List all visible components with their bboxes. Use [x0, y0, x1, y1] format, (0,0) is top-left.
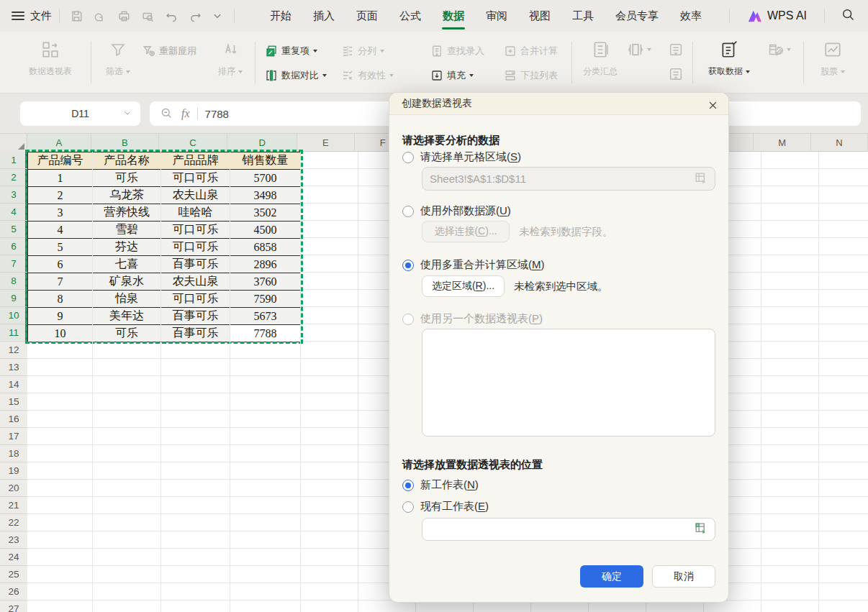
- filter-button[interactable]: 筛选: [98, 39, 138, 86]
- cell[interactable]: 乌龙茶: [93, 187, 161, 204]
- cell[interactable]: 9: [28, 308, 93, 325]
- column-header-D[interactable]: D: [227, 134, 297, 152]
- cell[interactable]: 8: [28, 291, 93, 308]
- file-menu[interactable]: 文件: [30, 9, 52, 23]
- tab-数据[interactable]: 数据: [432, 0, 475, 32]
- row-header-14[interactable]: 14: [0, 376, 27, 393]
- cell[interactable]: 2: [28, 187, 93, 204]
- pivot-tables-listbox[interactable]: [422, 329, 715, 437]
- table-header-cell[interactable]: 产品名称: [93, 152, 161, 170]
- row-header-19[interactable]: 19: [0, 462, 27, 480]
- row-header-13[interactable]: 13: [0, 359, 27, 376]
- cell[interactable]: 七喜: [93, 256, 161, 273]
- cell[interactable]: 3760: [230, 273, 301, 291]
- row-header-11[interactable]: 11: [0, 324, 27, 342]
- undo-icon[interactable]: [165, 9, 178, 23]
- main-menu-icon[interactable]: [12, 12, 24, 20]
- select-all-corner[interactable]: [0, 134, 27, 152]
- radio-circle[interactable]: [402, 152, 414, 163]
- cell[interactable]: 7: [28, 273, 93, 291]
- dropdown-list-button[interactable]: 下拉列表: [504, 68, 558, 83]
- print-preview-icon[interactable]: [141, 9, 155, 23]
- fx-icon[interactable]: fx: [181, 107, 190, 120]
- tab-视图[interactable]: 视图: [518, 0, 561, 32]
- cell[interactable]: 雪碧: [93, 221, 161, 239]
- print-icon[interactable]: [117, 9, 131, 23]
- cell[interactable]: 矿泉水: [93, 273, 161, 291]
- row-header-23[interactable]: 23: [0, 531, 27, 549]
- cell[interactable]: 2896: [230, 256, 301, 273]
- row-header-16[interactable]: 16: [0, 411, 27, 428]
- cell[interactable]: 7590: [230, 291, 301, 308]
- range-picker-icon[interactable]: [694, 171, 707, 187]
- column-header-C[interactable]: C: [159, 134, 227, 152]
- zoom-out-formula-icon[interactable]: [160, 106, 173, 122]
- cancel-button[interactable]: 取消: [652, 565, 715, 588]
- row-header-27[interactable]: 27: [0, 600, 27, 612]
- existing-location-input[interactable]: [422, 518, 715, 541]
- range-picker-icon-green[interactable]: [694, 521, 707, 537]
- row-header-20[interactable]: 20: [0, 480, 27, 497]
- tab-审阅[interactable]: 审阅: [475, 0, 518, 32]
- name-box-chevron-icon[interactable]: [123, 108, 132, 119]
- search-icon[interactable]: [841, 7, 855, 24]
- name-box[interactable]: D11: [20, 101, 140, 126]
- row-header-26[interactable]: 26: [0, 583, 27, 600]
- show-detail-icon[interactable]: [668, 42, 684, 60]
- cell[interactable]: 10: [28, 325, 93, 342]
- subtotal-button[interactable]: 分类汇总: [576, 39, 625, 86]
- sort-button[interactable]: 排序: [210, 39, 250, 86]
- radio-circle-checked[interactable]: [402, 260, 414, 271]
- tab-工具[interactable]: 工具: [561, 0, 605, 32]
- cell[interactable]: 5673: [230, 308, 301, 325]
- row-header-21[interactable]: 21: [0, 497, 27, 514]
- cell[interactable]: 3: [28, 204, 93, 221]
- cell[interactable]: 可乐: [93, 170, 161, 187]
- radio-another-pivot[interactable]: 使用另一个数据透视表(P): [402, 312, 543, 326]
- tab-效率[interactable]: 效率: [669, 0, 713, 32]
- select-range-button[interactable]: 选定区域(R)...: [422, 275, 505, 297]
- row-header-18[interactable]: 18: [0, 445, 27, 462]
- duplicates-button[interactable]: 重复项: [265, 43, 317, 59]
- output-icon[interactable]: [94, 9, 107, 23]
- radio-multiple-consolidation[interactable]: 使用多重合并计算区域(M): [402, 258, 545, 272]
- cell[interactable]: 3502: [230, 204, 301, 221]
- cell[interactable]: 百事可乐: [161, 325, 230, 342]
- row-header-6[interactable]: 6: [0, 238, 27, 255]
- radio-circle-checked[interactable]: [402, 480, 414, 491]
- tab-插入[interactable]: 插入: [302, 0, 345, 32]
- ungroup-icon[interactable]: [628, 42, 651, 58]
- row-header-7[interactable]: 7: [0, 255, 27, 273]
- cell[interactable]: 芬达: [93, 239, 161, 256]
- hide-detail-icon[interactable]: [668, 66, 684, 85]
- radio-select-cell-range[interactable]: 请选择单元格区域(S): [402, 150, 521, 164]
- cell[interactable]: 3498: [230, 187, 301, 204]
- cell[interactable]: 6: [28, 256, 93, 273]
- wps-ai-button[interactable]: WPS AI: [747, 9, 807, 23]
- cell[interactable]: 1: [28, 170, 93, 187]
- row-header-8[interactable]: 8: [0, 273, 27, 290]
- stock-button[interactable]: 股票: [809, 39, 856, 86]
- row-header-4[interactable]: 4: [0, 204, 27, 221]
- reapply-button[interactable]: 重新应用: [143, 43, 196, 59]
- consolidate-button[interactable]: 合并计算: [504, 43, 558, 59]
- radio-circle[interactable]: [402, 501, 414, 513]
- cell[interactable]: 可乐: [93, 325, 161, 342]
- cell[interactable]: 百事可乐: [161, 308, 230, 325]
- ok-button[interactable]: 确定: [580, 565, 643, 588]
- cell[interactable]: 农夫山泉: [161, 187, 230, 204]
- cell[interactable]: 农夫山泉: [161, 273, 230, 291]
- row-header-3[interactable]: 3: [0, 186, 27, 204]
- cell[interactable]: 6858: [230, 239, 301, 256]
- cell[interactable]: 5: [28, 239, 93, 256]
- row-header-25[interactable]: 25: [0, 566, 27, 583]
- cell[interactable]: 美年达: [93, 308, 161, 325]
- column-header-N[interactable]: N: [811, 134, 868, 152]
- row-header-2[interactable]: 2: [0, 169, 27, 186]
- cell[interactable]: 5700: [230, 170, 301, 187]
- save-icon[interactable]: [70, 9, 83, 23]
- table-header-cell[interactable]: 产品品牌: [161, 152, 230, 170]
- active-cell-D11[interactable]: 7788: [230, 325, 301, 342]
- column-header-B[interactable]: B: [91, 134, 159, 152]
- table-header-cell[interactable]: 产品编号: [28, 152, 93, 170]
